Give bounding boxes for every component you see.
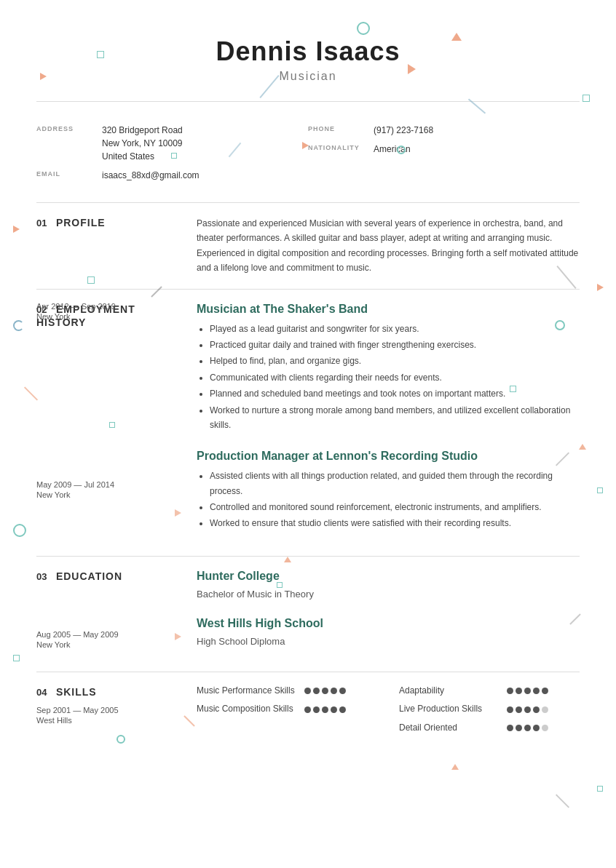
deco-tri-5 [13, 226, 20, 233]
education-number: 03 [36, 571, 47, 582]
candidate-title: Musician [36, 70, 580, 83]
skills-heading: SKILLS [56, 686, 97, 698]
dot [507, 706, 513, 713]
address-row: ADDRESS 320 Bridgeport RoadNew York, NY … [36, 124, 308, 163]
bullet-item: Communicated with clients regarding thei… [210, 370, 580, 385]
dot [313, 706, 320, 713]
skill-dots-5 [507, 725, 548, 731]
deco-circle-4 [13, 524, 26, 537]
bullet-item: Practiced guitar daily and trained with … [210, 338, 580, 352]
contact-section: ADDRESS 320 Bridgeport RoadNew York, NY … [36, 116, 580, 195]
emp-dates-2: May 2009 — Jul 2014 New York [36, 480, 182, 499]
nationality-value: American [374, 143, 411, 156]
bullet-item: Played as a lead guitarist and songwrite… [210, 322, 580, 336]
deco-line-4 [151, 286, 162, 298]
dot [331, 688, 337, 694]
edu-dates-1: Aug 2005 — May 2009 New York [36, 630, 182, 649]
deco-tri-6 [597, 284, 604, 291]
deco-tri-9 [284, 557, 291, 562]
profile-heading: PROFILE [56, 217, 106, 228]
profile-text: Passionate and experienced Musician with… [197, 216, 580, 276]
dot [524, 706, 531, 713]
deco-arc-1 [13, 320, 24, 331]
employment-entry-2: Production Manager at Lennon's Recording… [197, 450, 580, 531]
emp-location-1: New York [36, 312, 182, 321]
deco-sq-4 [87, 276, 95, 284]
employment-divider [36, 556, 580, 557]
employment-title-2: Production Manager at Lennon's Recording… [197, 450, 580, 463]
dot-empty [542, 706, 548, 713]
skill-row-2: Music Composition Skills [197, 704, 377, 715]
dot [507, 725, 513, 731]
skill-row-3: Adaptability [399, 685, 580, 697]
deco-sq-2 [583, 95, 590, 102]
dot [533, 688, 540, 694]
address-value: 320 Bridgeport RoadNew York, NY 10009Uni… [102, 124, 183, 163]
education-section: 03 EDUCATION Hunter College Bachelor of … [36, 570, 580, 664]
skill-row-1: Music Performance Skills [197, 685, 377, 697]
employment-section-right: Musician at The Shaker's Band Played as … [197, 303, 580, 549]
emp-dates-1: Apr 2012 — Sep 2019 New York [36, 302, 182, 321]
skill-dots-4 [507, 706, 548, 713]
contact-divider [36, 202, 580, 203]
emp-date-2: May 2009 — Jul 2014 [36, 480, 182, 489]
education-title-1: Hunter College [197, 570, 580, 583]
bullet-item: Worked to nurture a strong morale among … [210, 403, 580, 433]
bullet-item: Controlled and monitored sound reinforce… [210, 500, 580, 514]
profile-section-right: Passionate and experienced Musician with… [197, 216, 580, 276]
dot [304, 706, 311, 713]
nationality-label: NATIONALITY [308, 143, 374, 151]
dot [524, 688, 531, 694]
email-label: EMAIL [36, 169, 102, 178]
deco-sq-9 [13, 655, 20, 661]
dot [533, 706, 540, 713]
profile-section: 01 PROFILE Passionate and experienced Mu… [36, 216, 580, 276]
skill-name-2: Music Composition Skills [197, 704, 299, 715]
skills-section-right: Music Performance Skills Music Compositi… [197, 685, 580, 741]
dot [524, 725, 531, 731]
emp-date-1: Apr 2012 — Sep 2019 [36, 302, 182, 311]
skill-row-4: Live Production Skills [399, 704, 580, 715]
dot [516, 706, 522, 713]
emp-location-2: New York [36, 490, 182, 499]
deco-tri-11 [451, 764, 459, 770]
education-section-right: Hunter College Bachelor of Music in Theo… [197, 570, 580, 664]
header-divider [36, 101, 580, 102]
employment-entry-1: Musician at The Shaker's Band Played as … [197, 303, 580, 433]
contact-left: ADDRESS 320 Bridgeport RoadNew York, NY … [36, 124, 308, 188]
education-subtitle-2: High School Diploma [197, 636, 580, 647]
dot [322, 706, 328, 713]
dot [507, 688, 513, 694]
education-subtitle-1: Bachelor of Music in Theory [197, 589, 580, 600]
dot [516, 688, 522, 694]
dot [533, 725, 540, 731]
education-entry-1: Hunter College Bachelor of Music in Theo… [197, 570, 580, 600]
dot-empty [542, 725, 548, 731]
deco-sq-7 [597, 487, 603, 493]
skills-section: 04 SKILLS Music Performance Skills [36, 685, 580, 741]
email-row: EMAIL isaacs_88xd@gmail.com [36, 169, 308, 182]
skill-name-5: Detail Oriented [399, 722, 501, 734]
skills-col-right: Adaptability Live Production Skills [399, 685, 580, 741]
header: Dennis Isaacs Musician [36, 22, 580, 94]
dot [339, 706, 346, 713]
phone-label: PHONE [308, 124, 374, 132]
dot [313, 688, 320, 694]
deco-sq-10 [597, 786, 603, 792]
employment-title-1: Musician at The Shaker's Band [197, 303, 580, 316]
skill-name-3: Adaptability [399, 685, 501, 697]
edu-location-1: New York [36, 640, 182, 649]
skills-grid: Music Performance Skills Music Compositi… [197, 685, 580, 741]
skill-name-1: Music Performance Skills [197, 685, 299, 697]
education-title-2: West Hills High School [197, 617, 580, 630]
resume-page: Dennis Isaacs Musician ADDRESS 320 Bridg… [0, 0, 616, 868]
phone-row: PHONE (917) 223-7168 [308, 124, 580, 137]
deco-tri-7 [579, 444, 586, 450]
dot [331, 706, 337, 713]
profile-section-left: 01 PROFILE [36, 216, 197, 276]
skill-dots-3 [507, 688, 548, 694]
skill-dots-2 [304, 706, 346, 713]
skill-row-5: Detail Oriented [399, 722, 580, 734]
education-entry-2: West Hills High School High School Diplo… [197, 617, 580, 647]
edu-date-1: Aug 2005 — May 2009 [36, 630, 182, 639]
